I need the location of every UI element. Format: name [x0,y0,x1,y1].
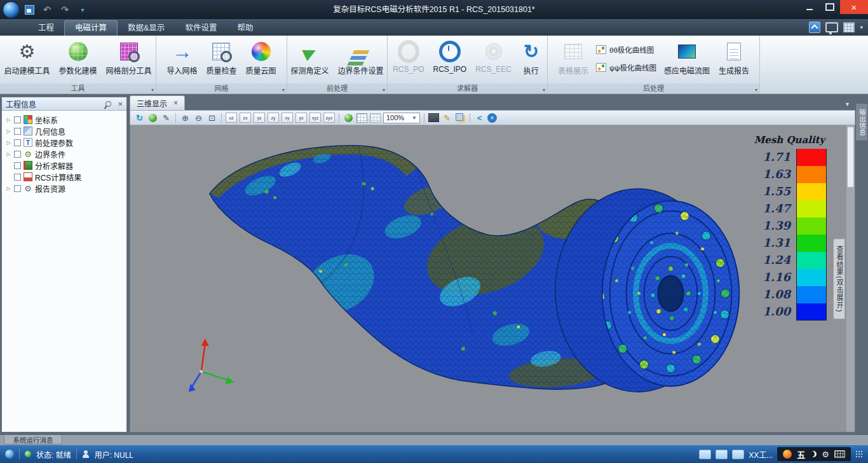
close-view-button[interactable]: × [487,113,497,123]
rcs-po-button[interactable]: RCS_PO [389,38,428,76]
group-launcher-icon[interactable]: ▾ [282,87,285,93]
tree-item-boundary-conditions[interactable]: ▷ ⚙ 边界条件 [4,148,126,160]
save-button[interactable] [24,4,34,15]
view-xy-button[interactable]: xy [281,113,293,123]
parametric-modeling-button[interactable]: 参数化建模 [55,38,101,78]
rcs-ipo-button[interactable]: RCS_IPO [430,38,471,76]
menu-tab-em-computation[interactable]: 电磁计算 [64,20,118,36]
capture-button[interactable] [428,113,439,123]
tree-checkbox[interactable] [14,128,21,135]
quality-check-button[interactable]: 质量检查 [202,38,240,78]
sketch-button[interactable]: ✎ [442,113,452,123]
group-launcher-icon[interactable]: ▾ [383,87,385,93]
view-yx-button[interactable]: yx [295,113,307,123]
expand-arrow-icon[interactable]: ▷ [6,117,11,123]
undo-button[interactable]: ↶ [42,4,52,15]
tab-overflow-icon[interactable]: ▼ [844,101,850,107]
expand-arrow-icon[interactable]: ▷ [6,186,11,191]
tree-item-preprocess-params[interactable]: ▷ T 前处理参数 [4,137,126,148]
rcs-eec-button[interactable]: RCS_EEC [471,38,515,76]
link-button[interactable]: < [474,113,485,123]
shading-button[interactable] [147,113,158,123]
group-launcher-icon[interactable]: ▾ [151,87,154,93]
ime-mode-label[interactable]: 五 [797,448,805,460]
group-launcher-icon[interactable]: ▾ [755,87,757,93]
tree-checkbox[interactable] [14,174,21,181]
ime-toolbar[interactable]: 五 ⚙ [777,447,851,461]
ime-keyboard-icon[interactable] [834,450,845,458]
pin-icon[interactable] [105,100,113,108]
view-zy-button[interactable]: zy [268,113,279,123]
table-display-button[interactable]: 表格展示 [554,38,592,78]
tree-item-report-resources[interactable]: ▷ ⚙ 报告资源 [4,183,126,194]
expand-arrow-icon[interactable]: ▷ [6,128,11,134]
induced-current-map-button[interactable]: 感应电磁流图 [660,38,714,78]
quick-access-caret-icon[interactable]: ▾ [78,4,88,15]
probe-angle-button[interactable]: ▶ 探测角定义 [287,38,332,78]
zoom-out-button[interactable]: ⊖ [193,113,204,123]
import-mesh-button[interactable]: → 导入网格 [163,38,201,78]
close-button[interactable]: × [840,0,868,14]
menu-tab-project[interactable]: 工程 [28,21,64,36]
tree-item-coordinate-system[interactable]: ▷ 坐标系 [4,114,126,125]
output-info-tab[interactable]: 输出信息 [855,103,868,141]
tray-text[interactable]: XX工... [749,449,773,460]
quality-cloud-map-button[interactable]: 质量云图 [242,38,280,78]
generate-report-button[interactable]: 生成报告 [715,38,753,78]
scrollbar-thumb[interactable] [847,127,854,188]
tree-item-geometry-info[interactable]: ▷ 几何信息 [4,125,126,137]
ime-settings-icon[interactable]: ⚙ [822,450,829,459]
view-results-tab[interactable]: 查看结果(双击展开) [833,238,845,319]
psi-polarization-curve-button[interactable]: ψψ极化曲线图 [593,61,659,74]
tree-item-solver[interactable]: 分析求解器 [4,160,126,171]
tab-3d-display[interactable]: 三维显示 × [130,95,185,110]
menu-caret-icon[interactable]: ▾ [860,24,863,31]
zoom-in-button[interactable]: ⊕ [180,113,191,123]
tab-close-icon[interactable]: × [173,99,178,107]
tray-window-icon[interactable] [699,450,711,459]
view-zx-button[interactable]: zx [240,113,251,123]
boundary-settings-button[interactable]: 边界条件设置 [334,38,388,78]
panel-toggle-icon[interactable] [809,22,820,33]
rotate-view-button[interactable]: ↻ [134,113,145,123]
theta-polarization-curve-button[interactable]: θθ极化曲线图 [593,43,659,56]
view-iso-button[interactable]: xyz [309,113,321,123]
panel-close-icon[interactable]: × [118,100,123,108]
minimize-button[interactable] [799,0,820,14]
view-yz-button[interactable]: yz [254,113,265,123]
tree-checkbox[interactable] [14,139,21,146]
tray-window-icon[interactable] [715,450,728,459]
viewport-3d[interactable]: Mesh Quality 1.71 1.63 1.55 1.47 1.39 1.… [130,125,855,432]
perspective-button[interactable] [343,113,354,123]
expand-arrow-icon[interactable]: ▷ [6,151,11,157]
execute-button[interactable]: ↻ 执行 [517,38,546,78]
tray-window-icon[interactable] [732,450,744,459]
zoom-window-button[interactable]: ⊡ [207,113,217,123]
grid2-toggle-button[interactable] [370,113,381,123]
grid-toggle-button[interactable] [356,113,367,123]
launch-modeling-tool-button[interactable]: ⚙ 启动建模工具 [0,38,53,78]
annotate-button[interactable]: ✎ [161,113,172,123]
tree-item-rcs-results[interactable]: RCS计算结果 [4,171,126,183]
tree-checkbox[interactable] [14,162,21,169]
menu-tab-help[interactable]: 帮助 [227,21,263,36]
zoom-level-select[interactable]: 100% ▼ [383,113,420,123]
model-3d-canvas[interactable] [130,125,855,432]
tree-checkbox[interactable] [14,185,21,192]
system-message-tab[interactable]: 系统运行消息 [4,435,62,445]
layout-icon[interactable] [843,22,855,32]
expand-arrow-icon[interactable]: ▷ [6,140,11,146]
ime-logo-icon[interactable] [783,450,792,459]
layers-button[interactable] [455,113,466,123]
redo-button[interactable]: ↷ [60,4,70,15]
menu-tab-data-display[interactable]: 数据&显示 [118,21,175,36]
view-iso2-button[interactable]: zyx [323,113,335,123]
group-launcher-icon[interactable]: ▾ [543,87,545,93]
display-icon[interactable] [825,22,838,32]
tree-checkbox[interactable] [14,116,21,123]
resize-grip[interactable] [855,450,863,458]
menu-tab-settings[interactable]: 软件设置 [175,21,227,36]
mesh-partition-tool-button[interactable]: 网格剖分工具 [102,38,156,78]
ime-fullwidth-icon[interactable] [810,451,817,457]
maximize-button[interactable] [820,0,840,14]
